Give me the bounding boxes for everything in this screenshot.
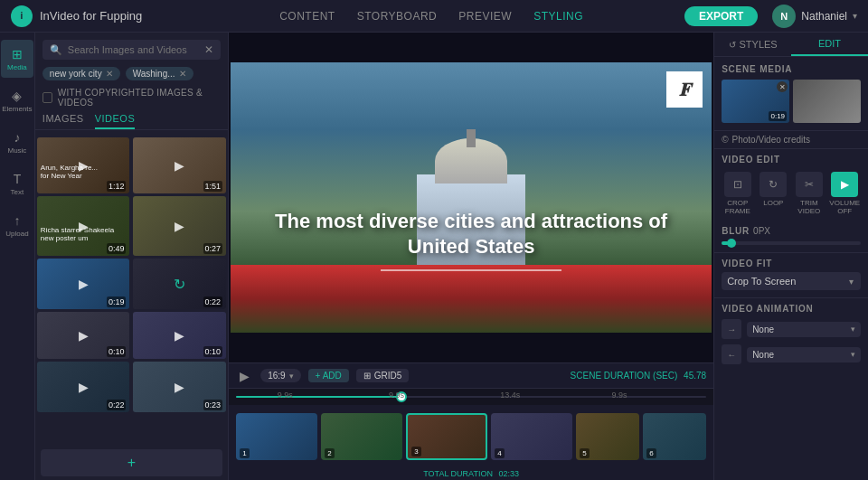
- clip-num-4: 4: [495, 448, 504, 458]
- clip-num-6: 6: [646, 448, 656, 458]
- anim-in-select[interactable]: None Fade In Slide In: [747, 322, 861, 337]
- grid-icon: ⊞: [363, 371, 371, 381]
- scene-thumb-remove-1[interactable]: ✕: [777, 81, 788, 92]
- thumb-4[interactable]: ▶ 0:27: [133, 196, 226, 256]
- tag-newyork[interactable]: new york city ✕: [42, 67, 120, 80]
- thumb-5[interactable]: ▶ 0:19: [37, 259, 130, 309]
- timeline-add-button[interactable]: + ADD: [308, 369, 349, 382]
- sidebar-item-text[interactable]: T Text: [1, 165, 33, 202]
- marker-1: 9.9s: [278, 391, 293, 400]
- video-fit-section: VIDEO FIT Crop To Screen Fit To Screen S…: [714, 253, 868, 298]
- copyright-checkbox[interactable]: [42, 92, 52, 103]
- sidebar-item-elements[interactable]: ◈ Elements: [1, 81, 33, 119]
- thumb-9[interactable]: ▶ 0:22: [37, 362, 130, 412]
- play-icon-7: ▶: [79, 328, 89, 343]
- scene-thumbs: ✕ 0:19: [722, 80, 861, 123]
- tab-videos[interactable]: VIDEOS: [95, 113, 136, 129]
- credit-icon: ©: [722, 135, 728, 145]
- thumb-10[interactable]: ▶ 0:23: [133, 362, 226, 412]
- sidebar-item-upload[interactable]: ↑ Upload: [1, 206, 33, 244]
- tab-styles-label: STYLES: [740, 39, 778, 50]
- blur-section: BLUR 0PX: [714, 222, 868, 253]
- blur-slider-thumb[interactable]: [727, 239, 736, 248]
- sidebar-label-media: Media: [7, 63, 27, 71]
- volume-icon: ▶: [831, 172, 858, 197]
- sidebar-label-elements: Elements: [2, 105, 32, 113]
- timeline-clip-2[interactable]: 2: [321, 413, 402, 460]
- anim-out-select[interactable]: None Fade Out Slide Out: [747, 347, 861, 362]
- timeline-area: ▶ 16:9 ▾ + ADD ⊞ GRID5 SCENE DURATION (S…: [229, 362, 713, 480]
- timeline-clip-3[interactable]: 3: [406, 413, 487, 460]
- duration-2: 1:51: [203, 181, 223, 192]
- scene-media-section: SCENE MEDIA ✕ 0:19: [714, 57, 868, 131]
- marker-2: 9.9s: [389, 391, 404, 400]
- anim-out-icon: ←: [722, 344, 741, 364]
- timeline-play-button[interactable]: ▶: [236, 367, 253, 385]
- nav-preview[interactable]: PREVIEW: [458, 10, 512, 23]
- right-panel: ↺ STYLES EDIT SCENE MEDIA ✕ 0:19 © Photo…: [713, 33, 868, 480]
- duration-10: 0:23: [203, 400, 223, 410]
- clip-num-2: 2: [325, 448, 334, 458]
- sidebar-item-media[interactable]: ⊞ Media: [1, 40, 33, 78]
- loader-icon: ↻: [174, 276, 185, 293]
- timeline-clips: 1 2 3 4 5: [229, 405, 713, 467]
- timeline-clip-5[interactable]: 5: [576, 413, 639, 460]
- canvas-frame[interactable]: The most diverse cities and attractions …: [231, 62, 712, 333]
- video-fit-select[interactable]: Crop To Screen Fit To Screen Stretch To …: [722, 272, 861, 290]
- add-label: ADD: [323, 371, 342, 381]
- thumb-1[interactable]: ▶ Arun, Kargha re...for New Year 1:12: [37, 137, 130, 193]
- nav-styling[interactable]: STYLING: [533, 10, 583, 23]
- crop-frame-tool[interactable]: ⊡ CROPFRAME: [722, 172, 753, 215]
- scene-duration: SCENE DURATION (SEC) 45.78: [571, 371, 707, 381]
- anim-out-select-wrapper: None Fade Out Slide Out: [747, 347, 861, 362]
- tab-styles[interactable]: ↺ STYLES: [714, 33, 791, 56]
- upload-icon: ↑: [14, 213, 20, 228]
- tag-washington[interactable]: Washing... ✕: [126, 67, 193, 80]
- volume-tool[interactable]: ▶ VOLUMEOFF: [829, 172, 861, 215]
- tab-edit[interactable]: EDIT: [791, 33, 868, 56]
- nav-storyboard[interactable]: STORYBOARD: [357, 10, 438, 23]
- thumb-6[interactable]: ↻ 0:22: [133, 259, 226, 309]
- grid-button[interactable]: ⊞ GRID5: [356, 369, 410, 382]
- timeline-ruler: 9.9s 9.9s 13.4s 9.9s: [229, 389, 713, 405]
- thumb-8[interactable]: ▶ 0:10: [133, 312, 226, 359]
- tags-row: new york city ✕ Washing... ✕: [35, 67, 228, 86]
- canvas-logo: 𝐅: [666, 71, 703, 108]
- total-duration-value: 02:33: [498, 469, 519, 478]
- timeline-clip-6[interactable]: 6: [643, 413, 706, 460]
- timeline-clip-4[interactable]: 4: [491, 413, 572, 460]
- grid-label: GRID5: [374, 371, 402, 381]
- scene-thumb-duration-1: 0:19: [769, 111, 787, 121]
- duration-7: 0:10: [107, 346, 127, 357]
- loop-tool[interactable]: ↻ LOOP: [758, 172, 789, 215]
- media-panel: 🔍 ✕ new york city ✕ Washing... ✕ WITH CO…: [35, 33, 229, 480]
- blur-slider[interactable]: [722, 241, 861, 245]
- search-input[interactable]: [68, 44, 199, 55]
- logo-icon: i: [11, 5, 33, 27]
- text-icon: T: [14, 172, 22, 186]
- tag-remove-newyork[interactable]: ✕: [106, 69, 113, 79]
- thumb-2[interactable]: ▶ 1:51: [133, 137, 226, 193]
- app-logo[interactable]: i InVideo for Fupping: [11, 5, 142, 27]
- tab-images[interactable]: IMAGES: [42, 113, 84, 129]
- thumb-label-1: Arun, Kargha re...for New Year: [41, 164, 98, 181]
- photo-credit[interactable]: © Photo/Video credits: [714, 131, 868, 149]
- scene-thumb-2[interactable]: [793, 80, 861, 123]
- sidebar-item-music[interactable]: ♪ Music: [1, 123, 33, 161]
- thumb-3[interactable]: ▶ Richa starrer Shakeelanew poster um 0:…: [37, 196, 130, 256]
- canvas-container: The most diverse cities and attractions …: [229, 33, 713, 362]
- nav-content[interactable]: CONTENT: [279, 10, 335, 23]
- thumb-7[interactable]: ▶ 0:10: [37, 312, 130, 359]
- tag-remove-washington[interactable]: ✕: [179, 69, 186, 79]
- duration-6: 0:22: [203, 296, 223, 307]
- trim-tool[interactable]: ✂ TRIMVIDEO: [793, 172, 825, 215]
- elements-icon: ◈: [12, 89, 22, 103]
- scene-thumb-1[interactable]: ✕ 0:19: [722, 80, 789, 123]
- duration-9: 0:22: [107, 400, 127, 410]
- user-menu[interactable]: N Nathaniel ▾: [772, 5, 857, 28]
- video-edit-tools: ⊡ CROPFRAME ↻ LOOP ✂ TRIMVIDEO ▶ VOLUMEO…: [714, 168, 868, 222]
- search-clear-icon[interactable]: ✕: [204, 43, 213, 56]
- media-add-button[interactable]: +: [41, 449, 222, 476]
- timeline-clip-1[interactable]: 1: [236, 413, 317, 460]
- export-button[interactable]: EXPORT: [684, 6, 758, 26]
